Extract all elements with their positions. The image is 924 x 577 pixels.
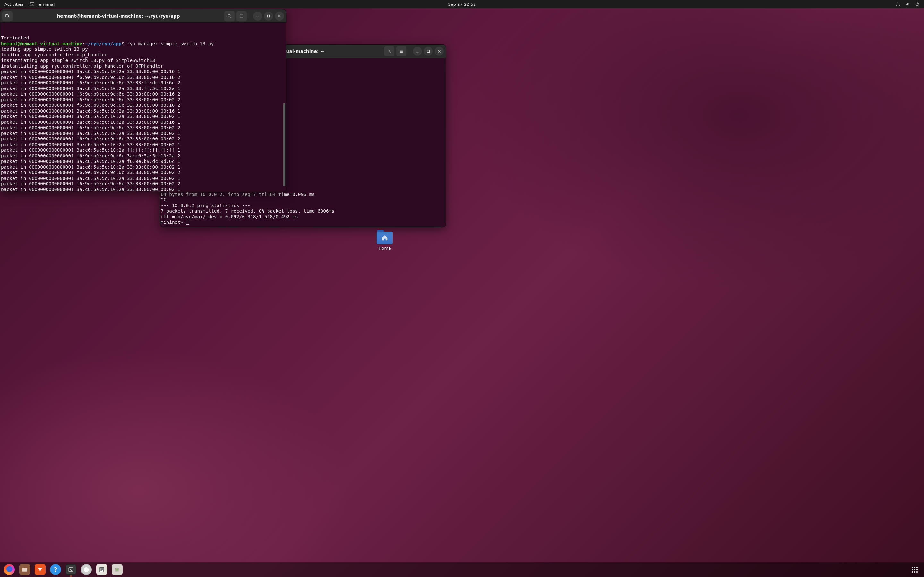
activities-button[interactable]: Activities	[5, 2, 23, 7]
topbar-app-name: Terminal	[37, 2, 55, 7]
maximize-button[interactable]	[264, 11, 273, 21]
search-button[interactable]	[224, 11, 234, 21]
desktop-home-folder[interactable]: Home	[375, 230, 394, 251]
window-title: hemant@hemant-virtual-machine: ~/ryu/ryu…	[15, 13, 222, 19]
hamburger-menu-button[interactable]	[236, 11, 247, 21]
terminal-icon	[30, 2, 34, 6]
terminal-output[interactable]: Terminatedhemant@hemant-virtual-machine:…	[0, 23, 286, 192]
folder-icon	[376, 230, 393, 244]
terminal-window-ryu[interactable]: hemant@hemant-virtual-machine: ~/ryu/ryu…	[0, 9, 286, 192]
close-button[interactable]	[435, 47, 444, 56]
svg-rect-8	[427, 50, 430, 52]
svg-point-7	[388, 50, 390, 52]
desktop-icon-label: Home	[375, 246, 394, 251]
hamburger-menu-button[interactable]	[396, 46, 407, 56]
gnome-topbar: Activities Terminal Sep 27 22:52	[0, 0, 446, 8]
svg-rect-11	[268, 15, 270, 17]
svg-point-10	[228, 15, 230, 17]
maximize-button[interactable]	[424, 47, 433, 56]
minimize-button[interactable]	[413, 47, 422, 56]
minimize-button[interactable]	[253, 11, 262, 21]
svg-rect-9	[6, 15, 8, 17]
close-button[interactable]	[275, 11, 284, 21]
titlebar[interactable]: hemant@hemant-virtual-machine: ~/ryu/ryu…	[0, 9, 286, 23]
topbar-app-indicator[interactable]: Terminal	[30, 2, 55, 7]
new-tab-button[interactable]	[2, 11, 13, 21]
scrollbar-thumb[interactable]	[283, 103, 285, 186]
search-button[interactable]	[384, 46, 394, 56]
